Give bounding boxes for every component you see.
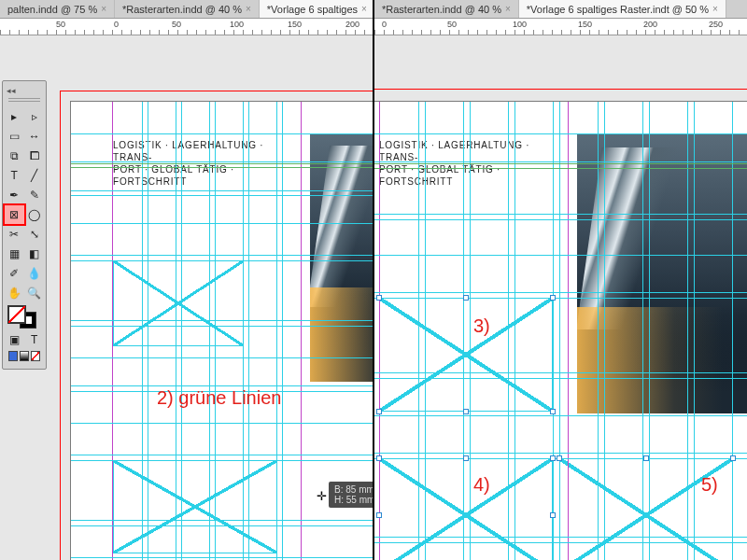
note-tool-icon[interactable]: ✐ bbox=[5, 264, 24, 283]
pane-divider bbox=[373, 0, 374, 560]
guide-margin bbox=[379, 102, 380, 560]
guide-row bbox=[374, 378, 747, 379]
type-tool-icon[interactable]: T bbox=[5, 166, 24, 185]
guide-margin bbox=[301, 102, 302, 560]
guide-column bbox=[209, 102, 210, 560]
fill-stroke-swatch[interactable] bbox=[5, 302, 44, 330]
image-frame-placeholder[interactable] bbox=[113, 260, 244, 346]
format-text-icon[interactable]: T bbox=[25, 330, 45, 349]
guide-column bbox=[181, 102, 182, 560]
tab-left-1[interactable]: *Rasterarten.indd @ 40 %× bbox=[115, 0, 260, 18]
content-collector-tool-icon[interactable]: ⧉ bbox=[5, 147, 24, 165]
guide-user-green bbox=[71, 163, 373, 164]
guide-column bbox=[508, 102, 509, 560]
apply-color-icon[interactable] bbox=[8, 351, 18, 361]
guide-column bbox=[559, 102, 560, 560]
close-icon[interactable]: × bbox=[246, 4, 251, 14]
guide-row bbox=[71, 525, 373, 526]
guide-row bbox=[374, 219, 747, 220]
free-transform-tool-icon[interactable]: ⤡ bbox=[25, 225, 45, 244]
tab-left-0[interactable]: palten.indd @ 75 %× bbox=[0, 0, 115, 18]
image-frame-placeholder[interactable] bbox=[559, 458, 733, 560]
image-frame-placeholder[interactable] bbox=[379, 458, 553, 560]
guide-user-green bbox=[374, 168, 747, 169]
direct-selection-tool-icon[interactable]: ▹ bbox=[25, 107, 45, 126]
guide-column bbox=[282, 102, 283, 560]
guide-row bbox=[71, 223, 373, 224]
guide-row bbox=[374, 161, 747, 162]
guide-column bbox=[142, 102, 143, 560]
guide-row bbox=[71, 423, 373, 424]
guide-margin bbox=[568, 102, 569, 560]
document-pane-right[interactable]: LOGISTIK · LAGERHALTUNG · TRANS- PORT · … bbox=[374, 35, 747, 560]
document-pane-left[interactable]: LOGISTIK · LAGERHALTUNG · TRANS- PORT · … bbox=[0, 35, 373, 560]
gradient-swatch-tool-icon[interactable]: ▦ bbox=[5, 245, 24, 263]
guide-row bbox=[71, 557, 373, 558]
tab-left-2[interactable]: *Vorlage 6 spaltiges× bbox=[260, 0, 375, 18]
guide-row bbox=[374, 298, 747, 299]
guide-column bbox=[418, 102, 419, 560]
guide-column bbox=[553, 102, 554, 560]
guide-margin bbox=[112, 102, 113, 560]
close-icon[interactable]: × bbox=[712, 4, 718, 14]
guide-column bbox=[243, 102, 244, 560]
ruler-horizontal-right[interactable]: 0 50 100 150 200 250 bbox=[374, 19, 747, 35]
apply-none-icon[interactable] bbox=[31, 351, 40, 361]
guide-row bbox=[374, 542, 747, 543]
guide-column bbox=[463, 102, 464, 560]
guide-column bbox=[649, 102, 650, 560]
selection-tool-icon[interactable]: ▸ bbox=[5, 107, 24, 126]
format-container-icon[interactable]: ▣ bbox=[5, 330, 24, 349]
panel-grip[interactable] bbox=[8, 98, 40, 104]
image-frame-placeholder[interactable] bbox=[113, 460, 277, 553]
guide-row bbox=[71, 190, 373, 191]
ellipse-tool-icon[interactable]: ◯ bbox=[25, 205, 45, 224]
page-right: LOGISTIK · LAGERHALTUNG · TRANS- PORT · … bbox=[374, 101, 747, 560]
fill-swatch-icon[interactable] bbox=[8, 306, 25, 323]
tab-bar-left: palten.indd @ 75 %× *Rasterarten.indd @ … bbox=[0, 0, 373, 19]
guide-row bbox=[374, 133, 747, 134]
guide-column bbox=[425, 102, 426, 560]
eyedropper-tool-icon[interactable]: 💧 bbox=[25, 264, 45, 283]
tab-right-1[interactable]: *Vorlage 6 spaltiges Raster.indt @ 50 %× bbox=[519, 0, 726, 18]
tab-right-0[interactable]: *Rasterarten.indd @ 40 %× bbox=[374, 0, 519, 18]
guide-row bbox=[71, 391, 373, 392]
pencil-tool-icon[interactable]: ✎ bbox=[25, 186, 45, 204]
apply-color-row bbox=[5, 349, 44, 365]
guide-row bbox=[71, 385, 373, 386]
guide-row bbox=[71, 320, 373, 321]
pen-tool-icon[interactable]: ✒ bbox=[5, 186, 24, 204]
close-icon[interactable]: × bbox=[505, 4, 511, 14]
hand-tool-icon[interactable]: ✋ bbox=[5, 284, 24, 302]
guide-column bbox=[687, 102, 688, 560]
rectangle-frame-tool-icon[interactable]: ⊠ bbox=[5, 205, 24, 224]
guide-row bbox=[374, 372, 747, 373]
image-frame-photo[interactable] bbox=[310, 133, 373, 382]
guide-row bbox=[71, 161, 373, 162]
scissors-tool-icon[interactable]: ✂ bbox=[5, 225, 24, 244]
guide-column bbox=[176, 102, 176, 560]
crosshair-cursor-icon: ✛ bbox=[317, 489, 327, 503]
guide-row bbox=[71, 255, 373, 256]
apply-gradient-icon[interactable] bbox=[20, 351, 29, 361]
page-tool-icon[interactable]: ▭ bbox=[5, 127, 24, 146]
panel-collapse-icon[interactable]: ◂◂ bbox=[5, 85, 44, 96]
gradient-feather-tool-icon[interactable]: ◧ bbox=[25, 245, 45, 263]
guide-row bbox=[374, 292, 747, 293]
zoom-tool-icon[interactable]: 🔍 bbox=[25, 284, 45, 302]
page-left: LOGISTIK · LAGERHALTUNG · TRANS- PORT · … bbox=[70, 101, 373, 560]
guide-row bbox=[374, 214, 747, 215]
guide-row bbox=[71, 357, 373, 358]
image-frame-photo[interactable] bbox=[577, 133, 747, 413]
content-placer-tool-icon[interactable]: ⧠ bbox=[25, 147, 45, 165]
image-frame-placeholder[interactable] bbox=[379, 298, 553, 412]
ruler-horizontal-left[interactable]: 50 0 50 100 150 200 bbox=[0, 19, 373, 35]
guide-row bbox=[71, 326, 373, 327]
line-tool-icon[interactable]: ╱ bbox=[25, 166, 45, 185]
close-icon[interactable]: × bbox=[361, 4, 367, 14]
close-icon[interactable]: × bbox=[101, 4, 106, 14]
gap-tool-icon[interactable]: ↔ bbox=[25, 127, 45, 146]
guide-column bbox=[470, 102, 471, 560]
guide-row bbox=[71, 520, 373, 521]
guide-column bbox=[215, 102, 216, 560]
